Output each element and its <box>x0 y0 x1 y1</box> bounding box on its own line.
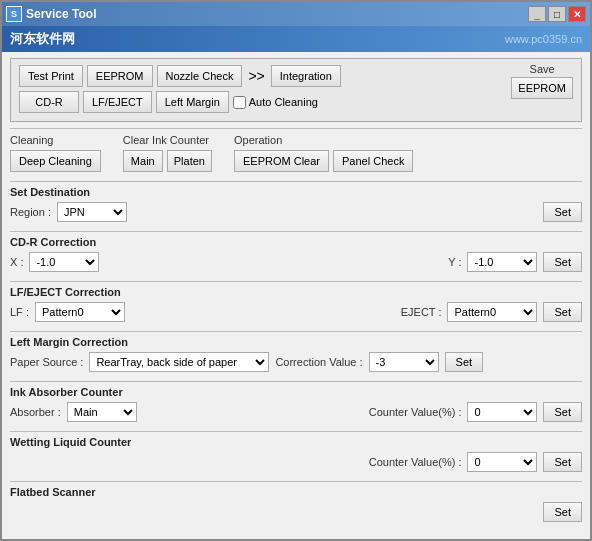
save-eeprom-button[interactable]: EEPROM <box>511 77 573 99</box>
absorber-select[interactable]: Main <box>67 402 137 422</box>
x-label: X : <box>10 256 23 268</box>
y-label: Y : <box>448 256 461 268</box>
ink-absorber-section: Ink Absorber Counter Absorber : Main Cou… <box>10 381 582 429</box>
left-margin-section: Left Margin Correction Paper Source : Re… <box>10 331 582 379</box>
ink-counter-select[interactable]: 0 <box>467 402 537 422</box>
set-destination-section: Set Destination Region : JPN Set <box>10 181 582 229</box>
set-destination-title: Set Destination <box>10 186 582 198</box>
ink-absorber-row: Absorber : Main Counter Value(%) : 0 Set <box>10 402 582 422</box>
x-select[interactable]: -1.0 <box>29 252 99 272</box>
set-destination-button[interactable]: Set <box>543 202 582 222</box>
main-content: Save EEPROM Test Print EEPROM Nozzle Che… <box>2 52 590 539</box>
watermark-bar: 河东软件网 www.pc0359.cn <box>2 26 590 52</box>
cdr-button[interactable]: CD-R <box>19 91 79 113</box>
lf-select[interactable]: Pattern0 <box>35 302 125 322</box>
region-select[interactable]: JPN <box>57 202 127 222</box>
cdr-correction-title: CD-R Correction <box>10 236 582 248</box>
app-icon: S <box>6 6 22 22</box>
integration-button[interactable]: Integration <box>271 65 341 87</box>
lf-eject-row: LF : Pattern0 EJECT : Pattern0 Set <box>10 302 582 322</box>
cleaning-section: Cleaning Deep Cleaning Clear Ink Counter… <box>10 128 582 179</box>
operation-group: Operation EEPROM Clear Panel Check <box>234 133 413 172</box>
main-window: S Service Tool _ □ ✕ 河东软件网 www.pc0359.cn… <box>0 0 592 541</box>
toolbar-section: Save EEPROM Test Print EEPROM Nozzle Che… <box>10 58 582 122</box>
toolbar-row-2: CD-R LF/EJECT Left Margin Auto Cleaning <box>19 91 573 113</box>
left-margin-title: Left Margin Correction <box>10 336 582 348</box>
flatbed-scanner-section: Flatbed Scanner Set <box>10 481 582 529</box>
save-group: Save EEPROM <box>511 63 573 99</box>
toolbar-row-1: Test Print EEPROM Nozzle Check >> Integr… <box>19 65 573 87</box>
cdr-correction-row: X : -1.0 Y : -1.0 Set <box>10 252 582 272</box>
window-title: Service Tool <box>26 7 96 21</box>
lf-eject-section: LF/EJECT Correction LF : Pattern0 EJECT … <box>10 281 582 329</box>
operation-title: Operation <box>234 134 282 146</box>
cleaning-title: Cleaning <box>10 134 53 146</box>
nozzle-check-button[interactable]: Nozzle Check <box>157 65 243 87</box>
flatbed-scanner-title: Flatbed Scanner <box>10 486 582 498</box>
title-bar: S Service Tool _ □ ✕ <box>2 2 590 26</box>
paper-source-label: Paper Source : <box>10 356 83 368</box>
auto-cleaning-checkbox[interactable] <box>233 96 246 109</box>
flatbed-set-button[interactable]: Set <box>543 502 582 522</box>
left-margin-set-button[interactable]: Set <box>445 352 484 372</box>
test-print-button[interactable]: Test Print <box>19 65 83 87</box>
wetting-set-button[interactable]: Set <box>543 452 582 472</box>
watermark-url: www.pc0359.cn <box>505 33 582 45</box>
platen-button[interactable]: Platen <box>167 150 212 172</box>
cdr-set-button[interactable]: Set <box>543 252 582 272</box>
set-destination-row: Region : JPN Set <box>10 202 582 222</box>
title-buttons: _ □ ✕ <box>528 6 586 22</box>
arrow-button[interactable]: >> <box>246 68 266 84</box>
absorber-label: Absorber : <box>10 406 61 418</box>
auto-cleaning-label[interactable]: Auto Cleaning <box>233 96 318 109</box>
close-button[interactable]: ✕ <box>568 6 586 22</box>
cleaning-group: Cleaning Deep Cleaning <box>10 133 101 172</box>
region-label: Region : <box>10 206 51 218</box>
left-margin-button[interactable]: Left Margin <box>156 91 229 113</box>
ink-counter-label: Counter Value(%) : <box>369 406 462 418</box>
paper-source-select[interactable]: RearTray, back side of paper <box>89 352 269 372</box>
deep-cleaning-button[interactable]: Deep Cleaning <box>10 150 101 172</box>
lf-eject-set-button[interactable]: Set <box>543 302 582 322</box>
wetting-liquid-title: Wetting Liquid Counter <box>10 436 582 448</box>
lf-eject-title: LF/EJECT Correction <box>10 286 582 298</box>
eject-label: EJECT : <box>401 306 442 318</box>
wetting-counter-label: Counter Value(%) : <box>369 456 462 468</box>
ink-absorber-set-button[interactable]: Set <box>543 402 582 422</box>
minimize-button[interactable]: _ <box>528 6 546 22</box>
left-margin-row: Paper Source : RearTray, back side of pa… <box>10 352 582 372</box>
lf-label: LF : <box>10 306 29 318</box>
watermark-text: 河东软件网 <box>10 30 75 48</box>
lf-eject-button[interactable]: LF/EJECT <box>83 91 152 113</box>
correction-value-label: Correction Value : <box>275 356 362 368</box>
main-button[interactable]: Main <box>123 150 163 172</box>
title-bar-left: S Service Tool <box>6 6 96 22</box>
eject-select[interactable]: Pattern0 <box>447 302 537 322</box>
wetting-counter-select[interactable]: 0 <box>467 452 537 472</box>
wetting-liquid-section: Wetting Liquid Counter Counter Value(%) … <box>10 431 582 479</box>
clear-ink-title: Clear Ink Counter <box>123 134 209 146</box>
correction-value-select[interactable]: -3 <box>369 352 439 372</box>
cdr-correction-section: CD-R Correction X : -1.0 Y : -1.0 Set <box>10 231 582 279</box>
flatbed-scanner-row: Set <box>10 502 582 522</box>
ink-absorber-title: Ink Absorber Counter <box>10 386 582 398</box>
auto-cleaning-text: Auto Cleaning <box>249 96 318 108</box>
wetting-liquid-row: Counter Value(%) : 0 Set <box>10 452 582 472</box>
eeprom-clear-button[interactable]: EEPROM Clear <box>234 150 329 172</box>
maximize-button[interactable]: □ <box>548 6 566 22</box>
cleaning-row: Cleaning Deep Cleaning Clear Ink Counter… <box>10 133 582 172</box>
eeprom-button[interactable]: EEPROM <box>87 65 153 87</box>
y-select[interactable]: -1.0 <box>467 252 537 272</box>
save-label: Save <box>530 63 555 75</box>
clear-ink-group: Clear Ink Counter Main Platen <box>123 133 212 172</box>
panel-check-button[interactable]: Panel Check <box>333 150 413 172</box>
